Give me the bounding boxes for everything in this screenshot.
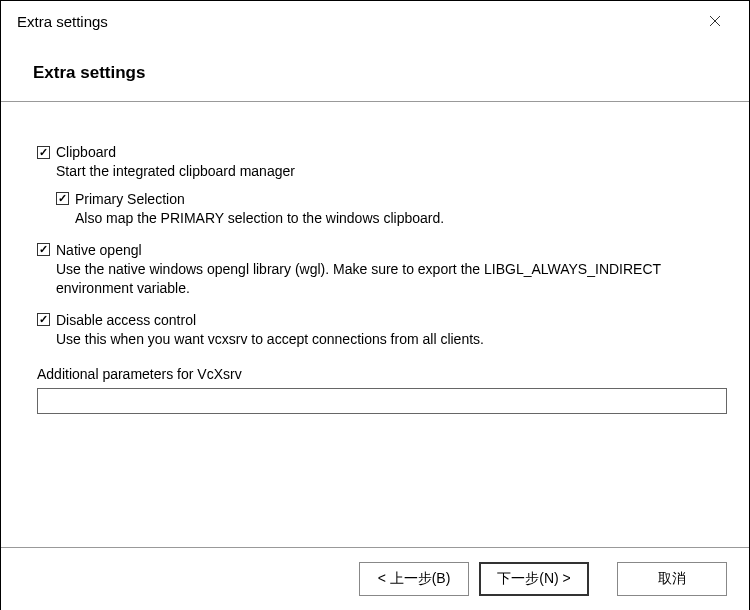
native-opengl-option: Native opengl Use the native windows ope…	[37, 242, 713, 298]
content-area: Clipboard Start the integrated clipboard…	[1, 102, 749, 414]
clipboard-option: Clipboard Start the integrated clipboard…	[37, 144, 713, 228]
footer-button-bar: < 上一步(B) 下一步(N) > 取消	[1, 547, 749, 610]
disable-access-control-desc: Use this when you want vcxsrv to accept …	[56, 330, 713, 349]
clipboard-label[interactable]: Clipboard	[56, 144, 116, 160]
native-opengl-desc: Use the native windows opengl library (w…	[56, 260, 713, 298]
cancel-button[interactable]: 取消	[617, 562, 727, 596]
next-button[interactable]: 下一步(N) >	[479, 562, 589, 596]
back-button[interactable]: < 上一步(B)	[359, 562, 469, 596]
header-area: Extra settings	[1, 41, 749, 101]
disable-access-control-checkbox[interactable]	[37, 313, 50, 326]
primary-selection-label[interactable]: Primary Selection	[75, 191, 185, 207]
primary-selection-option: Primary Selection Also map the PRIMARY s…	[56, 191, 713, 228]
additional-params-label: Additional parameters for VcXsrv	[37, 366, 713, 382]
clipboard-desc: Start the integrated clipboard manager	[56, 162, 713, 181]
clipboard-checkbox[interactable]	[37, 146, 50, 159]
close-button[interactable]	[695, 6, 735, 36]
primary-selection-checkbox[interactable]	[56, 192, 69, 205]
close-icon	[709, 15, 721, 27]
disable-access-control-label[interactable]: Disable access control	[56, 312, 196, 328]
window-title: Extra settings	[17, 13, 108, 30]
native-opengl-label[interactable]: Native opengl	[56, 242, 142, 258]
primary-selection-desc: Also map the PRIMARY selection to the wi…	[75, 209, 713, 228]
native-opengl-checkbox[interactable]	[37, 243, 50, 256]
disable-access-control-option: Disable access control Use this when you…	[37, 312, 713, 349]
page-heading: Extra settings	[33, 63, 733, 83]
additional-params-input[interactable]	[37, 388, 727, 414]
titlebar: Extra settings	[1, 1, 749, 41]
